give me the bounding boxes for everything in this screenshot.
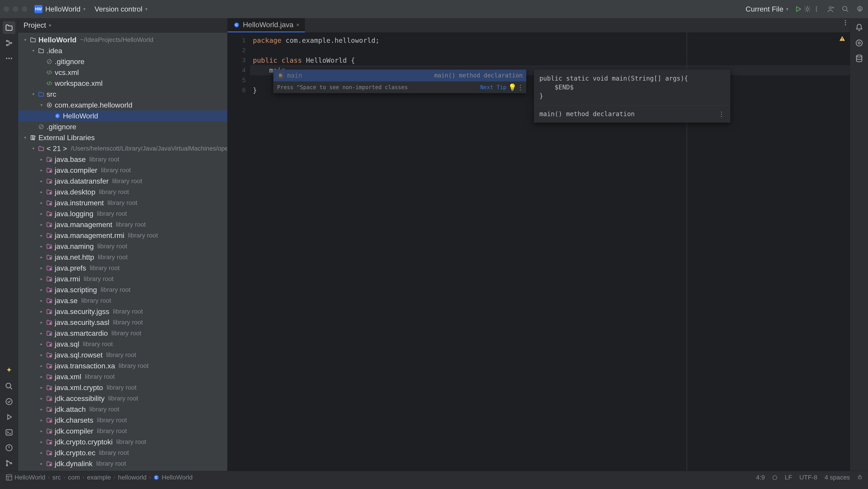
tree-row[interactable]: ▸java.scriptinglibrary root (18, 284, 227, 295)
file-encoding[interactable]: UTF-8 (800, 474, 817, 481)
breadcrumb-item[interactable]: HelloWorld (14, 474, 45, 481)
tree-row[interactable]: ▾External Libraries (18, 132, 227, 143)
completion-item[interactable]: ⎘ main main() method declaration (273, 69, 526, 81)
tree-row[interactable]: ▸java.transaction.xalibrary root (18, 361, 227, 371)
settings-button[interactable] (855, 4, 864, 13)
project-panel-header[interactable]: Project ▾ (18, 18, 227, 33)
caret-position[interactable]: 4:9 (756, 474, 765, 481)
search-button[interactable] (841, 4, 850, 13)
breadcrumb-item[interactable]: helloworld (118, 474, 147, 481)
ai-assistant-button[interactable] (853, 37, 866, 49)
breadcrumb-item[interactable]: example (87, 474, 111, 481)
tree-row[interactable]: workspace.xml (18, 78, 227, 89)
chevron-right-icon[interactable]: ▸ (39, 277, 44, 281)
services-tool-button[interactable] (3, 411, 16, 423)
chevron-right-icon[interactable]: ▸ (39, 385, 44, 390)
chevron-right-icon[interactable]: ▸ (39, 298, 44, 303)
tree-row[interactable]: ▸java.managementlibrary root (18, 219, 227, 230)
tree-row[interactable]: ▸jdk.accessibilitylibrary root (18, 393, 227, 404)
chevron-right-icon[interactable]: ▸ (39, 190, 44, 195)
chevron-right-icon[interactable]: ▸ (39, 342, 44, 347)
chevron-right-icon[interactable]: ▸ (39, 222, 44, 227)
run-button[interactable] (794, 4, 803, 13)
chevron-right-icon[interactable]: ▸ (39, 418, 44, 423)
database-tool-button[interactable] (853, 52, 866, 65)
chevron-right-icon[interactable]: ▸ (39, 168, 44, 173)
tree-row[interactable]: ▾< 21 >/Users/helenscott/Library/Java/Ja… (18, 143, 227, 154)
maximize-window-icon[interactable] (22, 6, 27, 12)
indent-setting[interactable]: 4 spaces (825, 474, 850, 481)
chevron-right-icon[interactable]: ▸ (39, 450, 44, 455)
lock-icon[interactable] (857, 473, 863, 482)
chevron-right-icon[interactable]: ▸ (39, 211, 44, 216)
chevron-right-icon[interactable]: ▸ (39, 309, 44, 314)
breadcrumb-item[interactable]: com (68, 474, 80, 481)
completion-more-button[interactable]: ⋮ (518, 83, 523, 92)
project-dropdown[interactable]: HelloWorld ▾ (45, 5, 86, 13)
tree-row[interactable]: ▸java.selibrary root (18, 295, 227, 306)
chevron-right-icon[interactable]: ▸ (39, 200, 44, 205)
tree-row[interactable]: ▸java.instrumentlibrary root (18, 197, 227, 208)
debug-button[interactable] (803, 4, 812, 13)
minimize-window-icon[interactable] (13, 6, 18, 12)
project-tree[interactable]: ▾HelloWorld~/IdeaProjects/HelloWorld▾.id… (18, 33, 227, 471)
chevron-right-icon[interactable]: ▸ (39, 331, 44, 336)
tree-row[interactable]: ▾.idea (18, 45, 227, 56)
problems-tool-button[interactable] (3, 441, 16, 454)
notifications-tool-button[interactable] (853, 21, 866, 34)
tree-row[interactable]: ▸jdk.crypto.cryptokilibrary root (18, 436, 227, 447)
tree-row[interactable]: ▸java.rmilibrary root (18, 274, 227, 284)
tree-row[interactable]: ▾src (18, 89, 227, 99)
tree-row[interactable]: ▸jdk.attachlibrary root (18, 404, 227, 415)
chevron-down-icon[interactable]: ▾ (23, 37, 28, 42)
chevron-right-icon[interactable]: ▸ (39, 244, 44, 249)
chevron-right-icon[interactable]: ▸ (39, 374, 44, 379)
warning-icon[interactable] (839, 35, 845, 43)
tree-row[interactable]: ▸java.sql.rowsetlibrary root (18, 349, 227, 361)
chevron-right-icon[interactable]: ▸ (39, 439, 44, 444)
tree-row[interactable]: ▸jdk.dynalinklibrary root (18, 458, 227, 469)
chevron-right-icon[interactable]: ▸ (39, 320, 44, 325)
chevron-right-icon[interactable]: ▸ (39, 352, 44, 357)
chevron-right-icon[interactable]: ▸ (39, 287, 44, 292)
tab-more-button[interactable] (841, 18, 850, 27)
chevron-right-icon[interactable]: ▸ (39, 255, 44, 260)
chevron-down-icon[interactable]: ▾ (31, 92, 36, 97)
tree-row[interactable]: ▸java.management.rmilibrary root (18, 230, 227, 241)
tree-row[interactable]: ▸java.prefslibrary root (18, 263, 227, 274)
chevron-down-icon[interactable]: ▾ (39, 103, 44, 108)
editor-tab[interactable]: C HelloWorld.java × (227, 18, 305, 32)
tree-row[interactable]: ▸java.desktoplibrary root (18, 186, 227, 197)
tool-windows-toggle-button[interactable] (5, 474, 13, 481)
structure-tool-button[interactable] (3, 37, 16, 49)
chevron-right-icon[interactable]: ▸ (39, 265, 44, 270)
tree-row[interactable]: ▸java.sqllibrary root (18, 339, 227, 349)
tree-row[interactable]: ▸java.xml.cryptolibrary root (18, 382, 227, 393)
editor-body[interactable]: 123456 package com.example.helloworld; p… (227, 33, 850, 471)
project-tool-button[interactable] (3, 21, 16, 34)
tree-row[interactable]: CHelloWorld (18, 111, 227, 121)
todo-tool-button[interactable] (3, 395, 16, 408)
find-tool-button[interactable] (3, 380, 16, 393)
tree-row[interactable]: ▸java.naminglibrary root (18, 241, 227, 252)
doc-more-button[interactable]: ⋮ (718, 110, 725, 118)
tree-row[interactable]: vcs.xml (18, 67, 227, 78)
chevron-down-icon[interactable]: ▾ (31, 48, 36, 53)
tree-row[interactable]: .gitignore (18, 56, 227, 67)
tree-row[interactable]: ▸jdk.compilerlibrary root (18, 426, 227, 436)
more-tool-button[interactable] (3, 52, 16, 65)
terminal-tool-button[interactable] (3, 426, 16, 439)
intention-bulb-icon[interactable]: 💡 (509, 83, 516, 92)
tree-row[interactable]: ▸java.xmllibrary root (18, 371, 227, 382)
readonly-toggle[interactable] (772, 474, 778, 481)
tree-row[interactable]: ▸java.security.jgsslibrary root (18, 306, 227, 317)
more-actions-button[interactable] (812, 4, 821, 13)
tree-row[interactable]: ▾com.example.helloworld (18, 99, 227, 111)
tree-row[interactable]: ▸java.logginglibrary root (18, 208, 227, 219)
completion-next-tip[interactable]: Next Tip (480, 84, 506, 91)
chevron-right-icon[interactable]: ▸ (39, 407, 44, 412)
chevron-right-icon[interactable]: ▸ (39, 363, 44, 368)
chevron-right-icon[interactable]: ▸ (39, 157, 44, 162)
close-window-icon[interactable] (4, 6, 9, 12)
code-pane[interactable]: package com.example.helloworld; public c… (250, 33, 850, 471)
